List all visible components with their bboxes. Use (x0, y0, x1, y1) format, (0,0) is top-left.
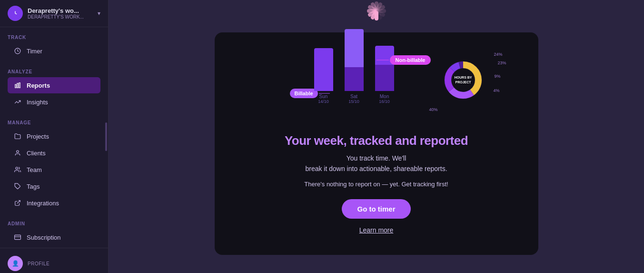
sidebar-bottom: 👤 PROFILE (0, 248, 108, 273)
admin-section-label: ADMIN (8, 221, 100, 226)
bar-date-sat: 15/10 (348, 99, 359, 104)
sidebar-item-clients[interactable]: Clients (8, 145, 100, 161)
subscription-label: Subscription (27, 234, 61, 241)
folder-icon (13, 132, 22, 141)
svg-text:HOURS BY: HOURS BY (454, 76, 472, 79)
pct-24: 24% (494, 52, 502, 57)
team-label: Team (27, 166, 42, 173)
sidebar-item-timer[interactable]: Timer (8, 43, 100, 59)
bar-group-sat: Sat 15/10 (345, 29, 364, 104)
learn-more-link[interactable]: Learn more (359, 226, 394, 234)
insights-label: Insights (27, 99, 48, 106)
nonbillable-tooltip: Non-billable (390, 55, 431, 65)
sidebar-item-projects[interactable]: Projects (8, 128, 100, 144)
clients-label: Clients (27, 150, 46, 157)
svg-rect-4 (19, 83, 20, 88)
tags-label: Tags (27, 183, 40, 190)
svg-point-5 (17, 151, 19, 153)
sidebar-scrollbar[interactable] (105, 122, 107, 151)
projects-label: Projects (27, 133, 49, 140)
analyze-section-label: ANALYZE (8, 69, 100, 74)
sidebar-item-tags[interactable]: Tags (8, 178, 100, 194)
people-icon (13, 165, 22, 174)
sidebar-item-subscription[interactable]: Subscription (8, 229, 100, 245)
bar-date-mon: 16/10 (379, 99, 390, 104)
manage-section-label: MANAGE (8, 120, 100, 125)
reports-label: Reports (27, 82, 50, 89)
svg-rect-9 (15, 235, 21, 239)
trend-icon (13, 98, 22, 106)
analyze-section: ANALYZE Reports Insights (0, 61, 108, 112)
card-icon (13, 233, 22, 242)
chart-area: Billable Sun 14/10 Sat 15/10 (238, 51, 515, 118)
sidebar-item-reports[interactable]: Reports (8, 77, 100, 93)
track-section: TRACK Timer (0, 27, 108, 61)
bar-day-sun: Sun (319, 94, 328, 99)
bar-day-mon: Mon (380, 94, 389, 99)
sidebar-item-integrations[interactable]: Integrations (8, 195, 100, 211)
billable-label: Billable (295, 91, 313, 96)
profile-area[interactable]: 👤 PROFILE (0, 252, 108, 273)
person-icon (13, 149, 22, 157)
manage-section: MANAGE Projects Clients (0, 112, 108, 213)
plug-icon (13, 199, 22, 207)
profile-label: PROFILE (28, 261, 50, 266)
svg-point-6 (16, 167, 18, 170)
nonbillable-label: Non-billable (396, 57, 426, 63)
bar-day-sat: Sat (350, 94, 357, 99)
workspace-info: Derapretty's wo... DERAPRETTY'S WORK... (28, 7, 93, 20)
pct-4: 4% (493, 88, 499, 93)
workspace-header[interactable]: Derapretty's wo... DERAPRETTY'S WORK... … (0, 0, 108, 27)
integrations-label: Integrations (27, 200, 59, 207)
admin-section: ADMIN Subscription (0, 213, 108, 248)
bar-date-sun: 14/10 (318, 99, 329, 104)
clock-icon (13, 47, 22, 55)
workspace-icon (8, 6, 23, 21)
modal-subtitle: You track time. We'll break it down into… (305, 153, 447, 174)
timer-label: Timer (27, 48, 42, 55)
modal-title: Your week, tracked and reported (285, 133, 468, 148)
svg-text:PROJECT: PROJECT (455, 81, 471, 84)
sidebar: Derapretty's wo... DERAPRETTY'S WORK... … (0, 0, 109, 273)
tag-icon (13, 182, 22, 191)
sidebar-item-team[interactable]: Team (8, 162, 100, 178)
bar-group-mon: Mon 16/10 (375, 46, 394, 104)
donut-chart: HOURS BY PROJECT 24% 23% 9% 4% 40% (437, 54, 489, 108)
bar-chart-icon (13, 81, 22, 90)
svg-point-17 (452, 69, 475, 91)
main-content: Billable Sun 14/10 Sat 15/10 (109, 0, 644, 273)
reports-modal: Billable Sun 14/10 Sat 15/10 (215, 32, 538, 255)
pct-9: 9% (494, 74, 500, 79)
svg-rect-2 (15, 84, 16, 88)
pct-23: 23% (497, 61, 506, 65)
svg-rect-3 (17, 83, 18, 88)
workspace-sub: DERAPRETTY'S WORK... (28, 14, 89, 20)
modal-notice: There's nothing to report on — yet. Get … (304, 181, 448, 188)
go-to-timer-button[interactable]: Go to timer (342, 199, 410, 219)
chevron-down-icon: ▾ (98, 10, 100, 17)
bar-group-sun: Sun 14/10 (314, 48, 333, 104)
svg-line-8 (17, 201, 20, 203)
pct-40: 40% (429, 107, 438, 112)
sidebar-item-insights[interactable]: Insights (8, 94, 100, 110)
track-section-label: TRACK (8, 35, 100, 40)
workspace-name: Derapretty's wo... (28, 7, 89, 14)
avatar: 👤 (8, 256, 23, 271)
